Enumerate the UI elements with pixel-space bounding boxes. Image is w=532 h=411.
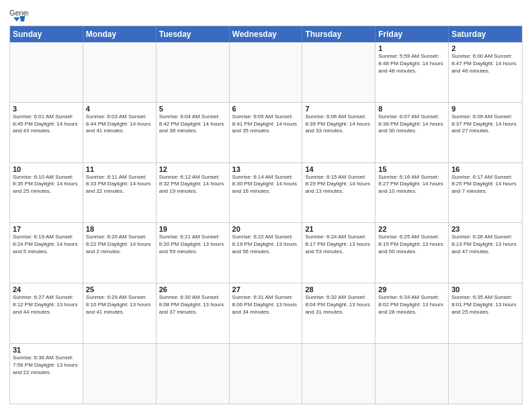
- calendar-cell: 21Sunrise: 6:24 AM Sunset: 8:17 PM Dayli…: [302, 223, 375, 283]
- calendar-cell: 18Sunrise: 6:20 AM Sunset: 8:22 PM Dayli…: [83, 223, 157, 283]
- day-info: Sunrise: 6:16 AM Sunset: 8:27 PM Dayligh…: [378, 174, 445, 195]
- day-number: 17: [13, 225, 80, 233]
- calendar-cell: 23Sunrise: 6:26 AM Sunset: 8:13 PM Dayli…: [449, 223, 522, 283]
- day-header-wednesday: Wednesday: [230, 26, 303, 42]
- day-header-thursday: Thursday: [302, 26, 375, 42]
- logo: General: [9, 7, 31, 21]
- day-number: 25: [86, 285, 153, 293]
- calendar-cell: 3Sunrise: 6:01 AM Sunset: 8:45 PM Daylig…: [10, 103, 83, 163]
- calendar-cell: 8Sunrise: 6:07 AM Sunset: 8:38 PM Daylig…: [375, 103, 449, 163]
- calendar: SundayMondayTuesdayWednesdayThursdayFrid…: [9, 26, 523, 404]
- calendar-cell: [157, 42, 230, 102]
- day-info: Sunrise: 6:15 AM Sunset: 8:29 PM Dayligh…: [305, 174, 372, 195]
- day-info: Sunrise: 6:21 AM Sunset: 8:20 PM Dayligh…: [159, 234, 226, 255]
- calendar-cell: [375, 344, 449, 404]
- calendar-cell: 24Sunrise: 6:27 AM Sunset: 8:12 PM Dayli…: [10, 283, 83, 343]
- calendar-cell: 29Sunrise: 6:34 AM Sunset: 8:02 PM Dayli…: [375, 283, 449, 343]
- calendar-cell: 2Sunrise: 6:00 AM Sunset: 8:47 PM Daylig…: [449, 42, 522, 102]
- svg-marker-1: [13, 17, 19, 21]
- day-number: 12: [159, 165, 226, 173]
- day-info: Sunrise: 6:12 AM Sunset: 8:32 PM Dayligh…: [159, 174, 226, 195]
- calendar-row-6: 31Sunrise: 6:36 AM Sunset: 7:59 PM Dayli…: [10, 343, 522, 404]
- calendar-cell: 7Sunrise: 6:06 AM Sunset: 8:39 PM Daylig…: [302, 103, 375, 163]
- day-info: Sunrise: 6:00 AM Sunset: 8:47 PM Dayligh…: [451, 53, 519, 75]
- day-number: 2: [451, 44, 519, 52]
- day-info: Sunrise: 6:11 AM Sunset: 8:33 PM Dayligh…: [86, 174, 153, 195]
- day-info: Sunrise: 6:06 AM Sunset: 8:39 PM Dayligh…: [305, 113, 372, 135]
- day-number: 29: [378, 285, 445, 293]
- day-number: 5: [159, 105, 226, 113]
- calendar-cell: 19Sunrise: 6:21 AM Sunset: 8:20 PM Dayli…: [157, 223, 230, 283]
- svg-text:General: General: [9, 9, 28, 17]
- day-number: 1: [378, 44, 445, 52]
- calendar-cell: 17Sunrise: 6:19 AM Sunset: 8:24 PM Dayli…: [10, 223, 83, 283]
- day-number: 10: [13, 165, 80, 173]
- calendar-row-5: 24Sunrise: 6:27 AM Sunset: 8:12 PM Dayli…: [10, 283, 522, 343]
- day-header-friday: Friday: [375, 26, 449, 42]
- day-number: 11: [86, 165, 153, 173]
- calendar-cell: 22Sunrise: 6:25 AM Sunset: 8:15 PM Dayli…: [375, 223, 449, 283]
- calendar-cell: 26Sunrise: 6:30 AM Sunset: 8:08 PM Dayli…: [157, 283, 230, 343]
- day-info: Sunrise: 6:29 AM Sunset: 8:10 PM Dayligh…: [86, 294, 153, 316]
- calendar-cell: 1Sunrise: 5:59 AM Sunset: 8:48 PM Daylig…: [375, 42, 449, 102]
- calendar-cell: [302, 344, 375, 404]
- calendar-cell: [230, 42, 303, 102]
- calendar-cell: [83, 344, 157, 404]
- calendar-row-4: 17Sunrise: 6:19 AM Sunset: 8:24 PM Dayli…: [10, 222, 522, 283]
- day-number: 24: [13, 285, 80, 293]
- calendar-cell: 4Sunrise: 6:03 AM Sunset: 8:44 PM Daylig…: [83, 103, 157, 163]
- day-number: 3: [13, 105, 80, 113]
- calendar-cell: [10, 42, 83, 102]
- day-info: Sunrise: 5:59 AM Sunset: 8:48 PM Dayligh…: [378, 53, 445, 75]
- day-info: Sunrise: 6:05 AM Sunset: 8:41 PM Dayligh…: [232, 113, 300, 135]
- day-number: 28: [305, 285, 372, 293]
- day-info: Sunrise: 6:14 AM Sunset: 8:30 PM Dayligh…: [232, 174, 300, 195]
- day-info: Sunrise: 6:04 AM Sunset: 8:42 PM Dayligh…: [159, 113, 226, 135]
- calendar-cell: 30Sunrise: 6:35 AM Sunset: 8:01 PM Dayli…: [449, 283, 522, 343]
- calendar-cell: 12Sunrise: 6:12 AM Sunset: 8:32 PM Dayli…: [157, 163, 230, 223]
- calendar-cell: [83, 42, 157, 102]
- day-info: Sunrise: 6:09 AM Sunset: 8:37 PM Dayligh…: [451, 113, 519, 135]
- day-number: 13: [232, 165, 300, 173]
- day-number: 30: [451, 285, 519, 293]
- calendar-cell: 27Sunrise: 6:31 AM Sunset: 8:06 PM Dayli…: [230, 283, 303, 343]
- page: General SundayMondayTuesdayWednesdayThur…: [0, 0, 532, 411]
- day-number: 8: [378, 105, 445, 113]
- day-info: Sunrise: 6:34 AM Sunset: 8:02 PM Dayligh…: [378, 294, 445, 316]
- day-info: Sunrise: 6:01 AM Sunset: 8:45 PM Dayligh…: [13, 113, 80, 135]
- day-info: Sunrise: 6:36 AM Sunset: 7:59 PM Dayligh…: [13, 355, 80, 376]
- svg-marker-2: [20, 16, 26, 21]
- day-number: 23: [451, 225, 519, 233]
- calendar-cell: [157, 344, 230, 404]
- calendar-cell: 16Sunrise: 6:17 AM Sunset: 8:25 PM Dayli…: [449, 163, 522, 223]
- calendar-cell: 25Sunrise: 6:29 AM Sunset: 8:10 PM Dayli…: [83, 283, 157, 343]
- calendar-row-2: 3Sunrise: 6:01 AM Sunset: 8:45 PM Daylig…: [10, 102, 522, 163]
- day-number: 7: [305, 105, 372, 113]
- calendar-body: 1Sunrise: 5:59 AM Sunset: 8:48 PM Daylig…: [10, 42, 522, 404]
- day-info: Sunrise: 6:19 AM Sunset: 8:24 PM Dayligh…: [13, 234, 80, 255]
- calendar-cell: 14Sunrise: 6:15 AM Sunset: 8:29 PM Dayli…: [302, 163, 375, 223]
- day-number: 4: [86, 105, 153, 113]
- day-number: 31: [13, 346, 80, 354]
- day-header-monday: Monday: [83, 26, 157, 42]
- day-info: Sunrise: 6:30 AM Sunset: 8:08 PM Dayligh…: [159, 294, 226, 316]
- day-info: Sunrise: 6:32 AM Sunset: 8:04 PM Dayligh…: [305, 294, 372, 316]
- calendar-cell: 5Sunrise: 6:04 AM Sunset: 8:42 PM Daylig…: [157, 103, 230, 163]
- day-info: Sunrise: 6:27 AM Sunset: 8:12 PM Dayligh…: [13, 294, 80, 316]
- day-number: 18: [86, 225, 153, 233]
- calendar-row-1: 1Sunrise: 5:59 AM Sunset: 8:48 PM Daylig…: [10, 42, 522, 102]
- day-number: 16: [451, 165, 519, 173]
- calendar-cell: [449, 344, 522, 404]
- day-info: Sunrise: 6:31 AM Sunset: 8:06 PM Dayligh…: [232, 294, 300, 316]
- day-info: Sunrise: 6:25 AM Sunset: 8:15 PM Dayligh…: [378, 234, 445, 255]
- header: General: [9, 7, 523, 21]
- calendar-cell: 11Sunrise: 6:11 AM Sunset: 8:33 PM Dayli…: [83, 163, 157, 223]
- day-number: 15: [378, 165, 445, 173]
- day-info: Sunrise: 6:07 AM Sunset: 8:38 PM Dayligh…: [378, 113, 445, 135]
- calendar-cell: 10Sunrise: 6:10 AM Sunset: 8:35 PM Dayli…: [10, 163, 83, 223]
- day-info: Sunrise: 6:22 AM Sunset: 8:19 PM Dayligh…: [232, 234, 300, 255]
- day-header-sunday: Sunday: [10, 26, 83, 42]
- day-header-saturday: Saturday: [449, 26, 522, 42]
- day-info: Sunrise: 6:24 AM Sunset: 8:17 PM Dayligh…: [305, 234, 372, 255]
- calendar-cell: 28Sunrise: 6:32 AM Sunset: 8:04 PM Dayli…: [302, 283, 375, 343]
